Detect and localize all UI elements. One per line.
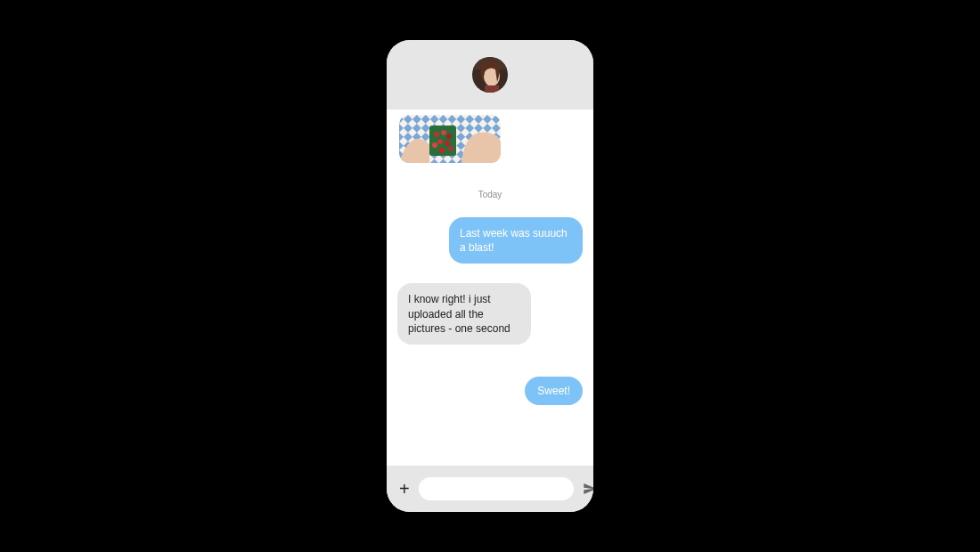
svg-point-14 — [432, 142, 437, 148]
message-bubble-incoming[interactable]: I know right! i just uploaded all the pi… — [397, 283, 531, 345]
add-attachment-button[interactable]: + — [399, 480, 410, 498]
svg-point-13 — [445, 141, 450, 146]
svg-point-9 — [434, 132, 439, 137]
contact-avatar[interactable] — [472, 57, 508, 93]
date-separator: Today — [387, 190, 593, 199]
message-row-outgoing: Sweet! — [387, 373, 593, 409]
svg-point-16 — [439, 148, 445, 153]
message-row-outgoing: Last week was suuuch a blast! — [387, 214, 593, 267]
composer-bar: + — [387, 466, 593, 512]
svg-point-11 — [446, 134, 452, 139]
svg-point-15 — [448, 146, 453, 151]
send-icon — [583, 482, 593, 496]
chat-thread[interactable]: Today Last week was suuuch a blast! I kn… — [387, 110, 593, 466]
chat-header — [387, 40, 593, 110]
message-input[interactable] — [419, 477, 574, 500]
phone-frame: Today Last week was suuuch a blast! I kn… — [387, 40, 593, 512]
send-button[interactable] — [583, 481, 593, 497]
svg-rect-3 — [485, 85, 499, 93]
message-bubble-outgoing[interactable]: Last week was suuuch a blast! — [449, 217, 583, 264]
message-bubble-outgoing[interactable]: Sweet! — [525, 377, 583, 405]
message-row-incoming: I know right! i just uploaded all the pi… — [387, 280, 593, 348]
svg-point-12 — [437, 139, 443, 144]
svg-point-10 — [441, 130, 446, 135]
image-attachment[interactable] — [399, 115, 501, 163]
